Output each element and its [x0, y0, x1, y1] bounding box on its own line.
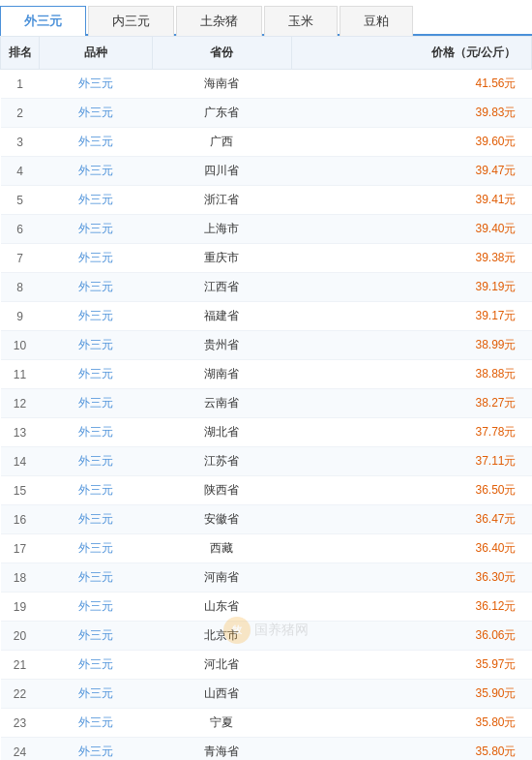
cell-province: 四川省 [152, 157, 291, 186]
cell-province: 湖北省 [152, 418, 291, 447]
cell-type: 外三元 [40, 476, 153, 505]
col-header-2: 省份 [152, 37, 291, 70]
cell-rank: 18 [1, 563, 40, 593]
cell-province: 上海市 [152, 215, 291, 244]
cell-price: 35.80元 [291, 709, 531, 738]
cell-type: 外三元 [40, 70, 153, 99]
cell-price: 36.30元 [291, 563, 531, 593]
cell-rank: 8 [1, 273, 40, 302]
header-row: 排名品种省份价格（元/公斤） [1, 37, 532, 70]
cell-type: 外三元 [40, 244, 153, 273]
cell-type: 外三元 [40, 186, 153, 215]
cell-price: 38.88元 [291, 360, 531, 389]
cell-rank: 22 [1, 680, 40, 709]
tab-玉米[interactable]: 玉米 [264, 6, 338, 36]
cell-province: 安徽省 [152, 505, 291, 534]
cell-rank: 9 [1, 302, 40, 331]
table-row: 21外三元河北省35.97元 [1, 651, 532, 680]
table-row: 6外三元上海市39.40元 [1, 215, 532, 244]
cell-price: 39.40元 [291, 215, 531, 244]
col-header-3: 价格（元/公斤） [291, 37, 531, 70]
cell-rank: 15 [1, 476, 40, 505]
cell-type: 外三元 [40, 273, 153, 302]
table-header: 排名品种省份价格（元/公斤） [1, 37, 532, 70]
tab-内三元[interactable]: 内三元 [88, 6, 174, 36]
cell-price: 37.78元 [291, 418, 531, 447]
cell-rank: 14 [1, 447, 40, 476]
cell-price: 39.38元 [291, 244, 531, 273]
cell-rank: 21 [1, 651, 40, 680]
cell-rank: 23 [1, 709, 40, 738]
cell-rank: 24 [1, 738, 40, 761]
cell-price: 35.90元 [291, 680, 531, 709]
cell-province: 海南省 [152, 70, 291, 99]
cell-rank: 13 [1, 418, 40, 447]
cell-type: 外三元 [40, 593, 153, 622]
cell-province: 江西省 [152, 273, 291, 302]
cell-rank: 5 [1, 186, 40, 215]
table-row: 2外三元广东省39.83元 [1, 99, 532, 128]
cell-price: 41.56元 [291, 70, 531, 99]
cell-type: 外三元 [40, 360, 153, 389]
tab-豆粕[interactable]: 豆粕 [340, 6, 413, 36]
cell-price: 36.12元 [291, 593, 531, 622]
tab-土杂猪[interactable]: 土杂猪 [176, 6, 262, 36]
cell-rank: 12 [1, 389, 40, 418]
cell-price: 35.80元 [291, 738, 531, 761]
table-row: 18外三元河南省36.30元 [1, 563, 532, 593]
cell-rank: 7 [1, 244, 40, 273]
cell-province: 陕西省 [152, 476, 291, 505]
cell-rank: 4 [1, 157, 40, 186]
cell-type: 外三元 [40, 418, 153, 447]
cell-province: 西藏 [152, 534, 291, 563]
table-body: 1外三元海南省41.56元2外三元广东省39.83元3外三元广西39.60元4外… [1, 70, 532, 761]
cell-rank: 17 [1, 534, 40, 563]
cell-type: 外三元 [40, 215, 153, 244]
cell-type: 外三元 [40, 447, 153, 476]
tab-bar: 外三元内三元土杂猪玉米豆粕 [0, 0, 532, 36]
cell-price: 39.19元 [291, 273, 531, 302]
cell-province: 河北省 [152, 651, 291, 680]
col-header-1: 品种 [40, 37, 153, 70]
cell-province: 福建省 [152, 302, 291, 331]
table-row: 10外三元贵州省38.99元 [1, 331, 532, 360]
cell-price: 38.27元 [291, 389, 531, 418]
cell-price: 39.60元 [291, 128, 531, 157]
table-row: 23外三元宁夏35.80元 [1, 709, 532, 738]
cell-province: 贵州省 [152, 331, 291, 360]
cell-province: 广西 [152, 128, 291, 157]
cell-type: 外三元 [40, 534, 153, 563]
cell-type: 外三元 [40, 331, 153, 360]
cell-price: 36.06元 [291, 622, 531, 651]
cell-price: 36.40元 [291, 534, 531, 563]
tab-外三元[interactable]: 外三元 [0, 6, 86, 36]
cell-price: 39.83元 [291, 99, 531, 128]
cell-rank: 1 [1, 70, 40, 99]
col-header-0: 排名 [1, 37, 40, 70]
cell-rank: 10 [1, 331, 40, 360]
price-table: 排名品种省份价格（元/公斤） 1外三元海南省41.56元2外三元广东省39.83… [0, 36, 532, 760]
cell-rank: 6 [1, 215, 40, 244]
cell-rank: 2 [1, 99, 40, 128]
table-container: 排名品种省份价格（元/公斤） 1外三元海南省41.56元2外三元广东省39.83… [0, 36, 532, 760]
cell-province: 宁夏 [152, 709, 291, 738]
cell-province: 重庆市 [152, 244, 291, 273]
cell-price: 39.41元 [291, 186, 531, 215]
cell-province: 云南省 [152, 389, 291, 418]
cell-type: 外三元 [40, 709, 153, 738]
cell-price: 39.17元 [291, 302, 531, 331]
cell-type: 外三元 [40, 128, 153, 157]
table-row: 12外三元云南省38.27元 [1, 389, 532, 418]
cell-price: 38.99元 [291, 331, 531, 360]
cell-price: 36.50元 [291, 476, 531, 505]
table-row: 7外三元重庆市39.38元 [1, 244, 532, 273]
cell-type: 外三元 [40, 622, 153, 651]
cell-type: 外三元 [40, 99, 153, 128]
table-row: 24外三元青海省35.80元 [1, 738, 532, 761]
cell-province: 河南省 [152, 563, 291, 593]
table-row: 4外三元四川省39.47元 [1, 157, 532, 186]
cell-province: 江苏省 [152, 447, 291, 476]
cell-rank: 20 [1, 622, 40, 651]
cell-price: 39.47元 [291, 157, 531, 186]
table-row: 11外三元湖南省38.88元 [1, 360, 532, 389]
